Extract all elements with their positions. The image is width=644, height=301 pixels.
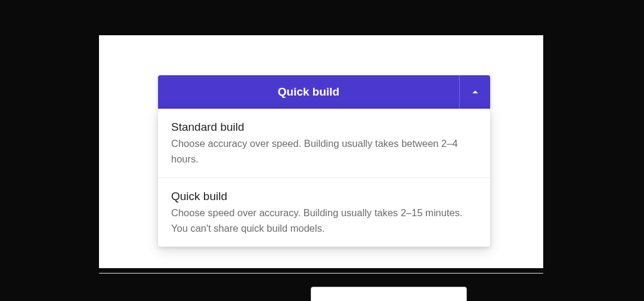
build-type-dropdown: Quick build Standard build Choose accura…: [158, 75, 490, 247]
option-title: Quick build: [171, 190, 477, 203]
partial-form-field[interactable]: [311, 287, 467, 301]
build-type-selected-label: Quick build: [158, 75, 459, 109]
option-description: Choose speed over accuracy. Building usu…: [171, 205, 477, 236]
build-type-dropdown-list: Standard build Choose accuracy over spee…: [158, 109, 490, 247]
chevron-up-icon[interactable]: [459, 75, 490, 109]
dropdown-option-quick-build[interactable]: Quick build Choose speed over accuracy. …: [158, 178, 490, 247]
dropdown-option-standard-build[interactable]: Standard build Choose accuracy over spee…: [158, 109, 490, 178]
divider-line: [99, 273, 543, 274]
option-description: Choose accuracy over speed. Building usu…: [171, 136, 477, 167]
build-type-dropdown-button[interactable]: Quick build: [158, 75, 490, 109]
option-title: Standard build: [171, 121, 477, 134]
